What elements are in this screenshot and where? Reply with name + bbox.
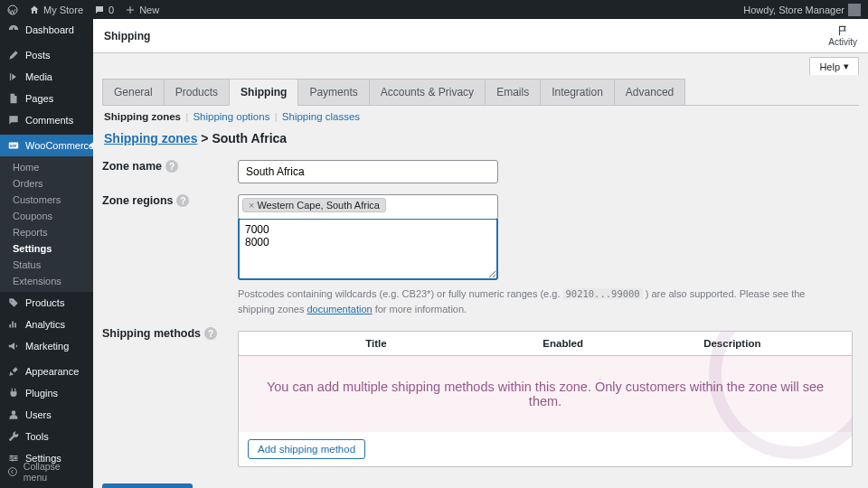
sidebar-item-label: Dashboard [25,24,74,35]
postcodes-hint: Postcodes containing wildcards (e.g. CB2… [238,286,826,316]
sidebar-item-label: Marketing [25,341,69,352]
add-shipping-method-button[interactable]: Add shipping method [248,439,365,459]
subnav-classes[interactable]: Shipping classes [282,111,360,122]
sidebar-item-label: Plugins [25,388,58,399]
shipping-methods-label: Shipping methods [102,327,201,340]
sidebar-item-users[interactable]: Users [0,404,93,426]
sidebar-sub-orders[interactable]: Orders [0,175,93,192]
sidebar-sub-settings[interactable]: Settings [0,240,93,257]
sidebar-sub-status[interactable]: Status [0,257,93,273]
svg-point-9 [8,468,16,476]
documentation-link[interactable]: documentation [307,304,372,314]
zone-regions-select[interactable]: ×Western Cape, South Africa [238,194,498,220]
comments-count: 0 [108,5,114,15]
shipping-methods-table: Title Enabled Description You can add mu… [238,331,853,467]
sidebar-submenu-woocommerce: Home Orders Customers Coupons Reports Se… [0,156,93,292]
sidebar-item-pages[interactable]: Pages [0,88,93,109]
wp-logo-icon[interactable] [7,5,18,15]
main-content: Shipping Activity Help▾ General Products… [93,19,868,488]
admin-bar: My Store 0 New Howdy, Store Manager [0,0,868,19]
sidebar-item-dashboard[interactable]: Dashboard [0,19,93,41]
activity-label: Activity [828,37,857,47]
sidebar-item-label: Appearance [25,366,79,377]
new-label: New [139,5,159,15]
subnav-zones[interactable]: Shipping zones [104,111,181,122]
breadcrumb-zones-link[interactable]: Shipping zones [104,131,197,145]
sidebar-item-label: Analytics [25,319,65,330]
comments-link[interactable]: 0 [94,5,114,15]
zone-name-input[interactable] [238,160,498,183]
tab-emails[interactable]: Emails [485,79,541,106]
remove-tag-icon[interactable]: × [249,200,254,211]
sidebar-item-label: Products [25,297,64,308]
sidebar-item-appearance[interactable]: Appearance [0,361,93,382]
sidebar-item-comments[interactable]: Comments [0,109,93,131]
settings-tabs: General Products Shipping Payments Accou… [102,79,859,106]
chevron-down-icon: ▾ [844,61,849,72]
breadcrumb: Shipping zones > South Africa [102,127,859,155]
tab-advanced[interactable]: Advanced [614,79,685,106]
region-tag: ×Western Cape, South Africa [242,198,386,212]
breadcrumb-current: South Africa [212,131,287,145]
zone-regions-label: Zone regions [102,194,173,207]
subnav-options[interactable]: Shipping options [193,111,269,122]
save-changes-button[interactable]: Save changes [102,483,193,488]
sidebar-item-label: WooCommerce [25,140,93,151]
sidebar-item-label: Posts [25,50,51,61]
sidebar-item-label: Pages [25,93,53,104]
sidebar-item-marketing[interactable]: Marketing [0,335,93,357]
sidebar-item-tools[interactable]: Tools [0,426,93,447]
col-title: Title [251,338,501,349]
help-tab[interactable]: Help▾ [809,57,859,75]
sidebar-item-label: Comments [25,115,73,126]
page-header: Shipping Activity [93,19,868,53]
sidebar-sub-extensions[interactable]: Extensions [0,273,93,289]
admin-sidebar: Dashboard Posts Media Pages Comments Woo… [0,19,93,488]
sidebar-item-label: Tools [25,431,49,442]
collapse-menu[interactable]: Collapse menu [0,455,93,488]
new-link[interactable]: New [125,5,159,15]
sidebar-sub-customers[interactable]: Customers [0,192,93,208]
howdy-text: Howdy, Store Manager [743,5,844,15]
sidebar-item-plugins[interactable]: Plugins [0,382,93,404]
sidebar-item-products[interactable]: Products [0,292,93,314]
sidebar-item-media[interactable]: Media [0,66,93,88]
help-icon[interactable]: ? [176,194,189,207]
sidebar-sub-home[interactable]: Home [0,159,93,175]
postcodes-textarea[interactable] [238,219,498,280]
site-name: My Store [43,5,83,15]
shipping-subnav: Shipping zones | Shipping options | Ship… [102,106,859,127]
tab-integration[interactable]: Integration [540,79,615,106]
svg-point-2 [12,410,16,415]
avatar [848,4,861,16]
flag-icon [836,24,849,37]
tab-shipping[interactable]: Shipping [229,79,298,106]
sidebar-item-woocommerce[interactable]: WooCommerce [0,135,93,156]
help-icon[interactable]: ? [204,327,217,340]
sidebar-item-analytics[interactable]: Analytics [0,314,93,335]
sidebar-sub-reports[interactable]: Reports [0,224,93,240]
tab-payments[interactable]: Payments [297,79,369,106]
col-enabled: Enabled [501,338,626,349]
activity-button[interactable]: Activity [828,24,857,47]
zone-name-label: Zone name [102,160,162,173]
sidebar-item-posts[interactable]: Posts [0,44,93,66]
tab-general[interactable]: General [102,79,165,106]
account-link[interactable]: Howdy, Store Manager [743,4,861,16]
collapse-label: Collapse menu [24,461,86,483]
tab-accounts[interactable]: Accounts & Privacy [369,79,486,106]
help-label: Help [819,61,840,72]
sidebar-item-label: Media [25,71,52,82]
methods-empty-message: You can add multiple shipping methods wi… [239,356,852,432]
sidebar-item-label: Users [25,409,52,420]
tab-products[interactable]: Products [164,79,230,106]
page-title: Shipping [104,30,150,42]
site-link[interactable]: My Store [29,5,83,15]
help-icon[interactable]: ? [165,160,178,173]
region-tag-label: Western Cape, South Africa [257,200,380,211]
sidebar-sub-coupons[interactable]: Coupons [0,208,93,224]
